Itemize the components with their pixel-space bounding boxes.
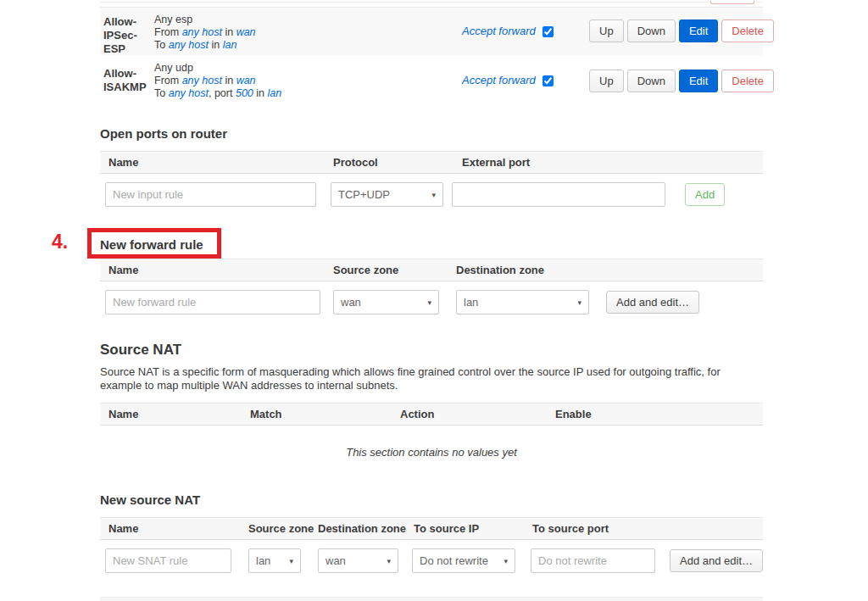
rule-to-line: To any host in lan <box>154 39 256 52</box>
to-port-value: 500 <box>236 87 253 99</box>
annotation-step-number: 4. <box>52 231 68 253</box>
snat-dest-zone-select[interactable]: wan ▾ <box>318 548 398 573</box>
edit-button[interactable]: Edit <box>679 70 718 92</box>
new-forward-heading-wrap: 4. New forward rule <box>100 231 763 259</box>
main-content: Allow-IPSec-ESP Any esp From any host in… <box>100 0 763 601</box>
column-header-enable: Enable <box>555 408 754 420</box>
rule-actions: Up Down Edit Delete <box>589 19 774 42</box>
to-zone-value: lan <box>268 87 282 99</box>
footer-action-bar: Save & Apply Save Reset <box>100 597 763 601</box>
snat-source-zone-value: lan <box>256 554 270 567</box>
rule-actions: Up Down Edit Delete <box>589 70 774 92</box>
new-snat-rule-field[interactable] <box>105 548 231 573</box>
traffic-rule-row-allow-ipsec-esp: Allow-IPSec-ESP Any esp From any host in… <box>100 8 763 55</box>
edit-button[interactable]: Edit <box>679 19 718 42</box>
rule-name: Allow-IPSec-ESP <box>103 15 153 56</box>
section-heading-source-nat: Source NAT <box>100 342 763 359</box>
source-nat-table-header: Name Match Action Enable <box>100 403 763 426</box>
add-button[interactable]: Add <box>685 183 725 206</box>
traffic-rule-row-allow-isakmp: Allow-ISAKMP Any udp From any host in wa… <box>100 55 763 104</box>
cutoff-row-divider <box>100 2 763 7</box>
forward-dest-zone-select[interactable]: lan ▾ <box>456 290 589 314</box>
open-ports-table-header: Name Protocol External port <box>100 151 763 174</box>
new-forward-rule-row: wan ▾ lan ▾ Add and edit… <box>100 281 763 325</box>
from-zone-value: wan <box>236 75 256 86</box>
new-source-nat-table-header: Name Source zone Destination zone To sou… <box>100 517 763 540</box>
column-header-source-zone: Source zone <box>248 522 318 535</box>
from-zone-value: wan <box>236 26 256 38</box>
dropdown-caret-icon: ▾ <box>504 557 508 565</box>
new-forward-table-header: Name Source zone Destination zone <box>100 259 763 281</box>
rule-enable-checkbox[interactable] <box>542 26 554 37</box>
add-and-edit-button[interactable]: Add and edit… <box>606 291 699 314</box>
to-source-ip-select[interactable]: Do not rewrite ▾ <box>412 548 515 573</box>
section-heading-new-source-nat: New source NAT <box>100 492 763 507</box>
dropdown-caret-icon: ▾ <box>387 557 391 565</box>
cutoff-delete-button <box>710 1 754 4</box>
column-header-name: Name <box>108 408 250 420</box>
delete-button[interactable]: Delete <box>721 70 774 92</box>
column-header-name: Name <box>108 264 333 276</box>
up-button[interactable]: Up <box>589 70 624 92</box>
column-header-action: Action <box>400 408 555 420</box>
from-host-value: any host <box>182 26 222 38</box>
up-button[interactable]: Up <box>589 19 624 42</box>
traffic-rules-table: Allow-IPSec-ESP Any esp From any host in… <box>100 7 763 104</box>
column-header-match: Match <box>250 408 400 420</box>
column-header-name: Name <box>108 156 333 169</box>
protocol-select[interactable]: TCP+UDP ▾ <box>331 182 443 207</box>
to-zone-value: lan <box>223 39 237 51</box>
column-header-protocol: Protocol <box>333 156 462 169</box>
to-host-value: any host <box>169 39 209 51</box>
forward-dest-zone-value: lan <box>464 296 478 309</box>
dropdown-caret-icon: ▾ <box>577 298 581 307</box>
add-and-edit-button[interactable]: Add and edit… <box>670 549 763 572</box>
dropdown-caret-icon: ▾ <box>431 191 436 199</box>
rule-enable-checkbox[interactable] <box>542 75 554 86</box>
to-source-ip-value: Do not rewrite <box>420 554 488 567</box>
rule-from-line: From any host in wan <box>154 26 256 39</box>
rule-from-line: From any host in wan <box>154 75 281 87</box>
to-source-port-field[interactable] <box>531 548 655 573</box>
delete-button[interactable]: Delete <box>721 19 774 42</box>
rule-match-description: Any udp From any host in wan To any host… <box>154 62 281 100</box>
firewall-settings-page: { "colors": { "primary_blue": "#0069d6",… <box>0 0 868 601</box>
source-nat-description: Source NAT is a specific form of masquer… <box>100 365 763 392</box>
down-button[interactable]: Down <box>627 70 676 92</box>
column-header-destination-zone: Destination zone <box>318 522 414 535</box>
forward-source-zone-value: wan <box>341 296 361 309</box>
rule-to-line: To any host, port 500 in lan <box>154 87 281 100</box>
rule-match-description: Any esp From any host in wan To any host… <box>154 14 256 52</box>
down-button[interactable]: Down <box>627 19 676 42</box>
dropdown-caret-icon: ▾ <box>427 298 431 307</box>
new-source-nat-row: lan ▾ wan ▾ Do not rewrite ▾ Add and edi… <box>100 540 763 583</box>
open-ports-new-rule-row: TCP+UDP ▾ Add <box>100 174 763 217</box>
snat-source-zone-select[interactable]: lan ▾ <box>248 548 301 573</box>
rule-name: Allow-ISAKMP <box>103 67 153 94</box>
column-header-external-port: External port <box>462 156 754 169</box>
from-host-value: any host <box>182 75 222 86</box>
accept-forward-link[interactable]: Accept forward <box>462 25 536 37</box>
column-header-source-zone: Source zone <box>333 264 456 276</box>
annotation-highlight-box <box>87 228 221 259</box>
column-header-to-source-ip: To source IP <box>414 522 532 535</box>
column-header-name: Name <box>108 522 248 535</box>
snat-dest-zone-value: wan <box>326 554 346 567</box>
to-host-value: any host <box>169 87 209 99</box>
accept-forward-link[interactable]: Accept forward <box>462 74 536 86</box>
column-header-to-source-port: To source port <box>532 522 754 535</box>
protocol-select-value: TCP+UDP <box>338 188 390 201</box>
column-header-destination-zone: Destination zone <box>456 264 754 276</box>
forward-source-zone-select[interactable]: wan ▾ <box>333 290 439 314</box>
new-input-rule-field[interactable] <box>105 182 316 207</box>
section-heading-open-ports: Open ports on router <box>100 126 763 141</box>
rule-proto-line: Any udp <box>154 62 281 75</box>
new-forward-rule-field[interactable] <box>105 290 320 314</box>
external-port-field[interactable] <box>452 182 665 207</box>
source-nat-empty-state: This section contains no values yet <box>100 426 763 484</box>
dropdown-caret-icon: ▾ <box>289 557 293 565</box>
rule-proto-line: Any esp <box>154 14 256 26</box>
